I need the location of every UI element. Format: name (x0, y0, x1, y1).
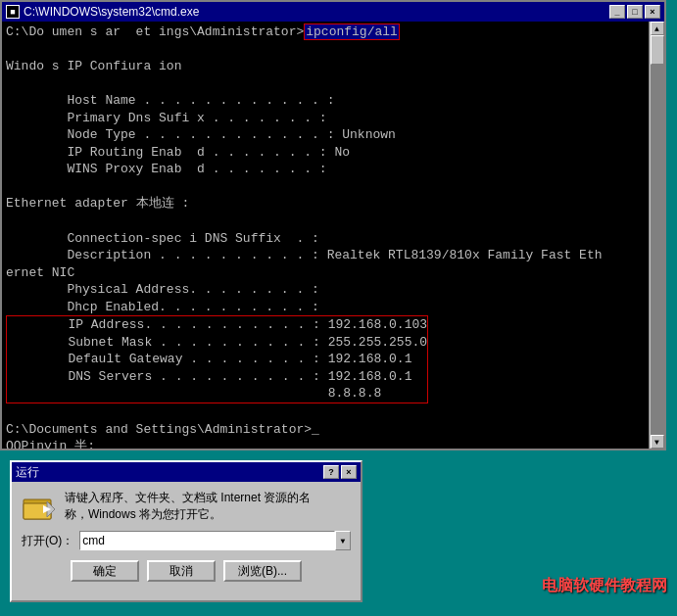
run-input[interactable] (79, 531, 335, 550)
cmd-output: C:\Do umen s ar et ings\Administrator>ip… (6, 24, 660, 449)
run-buttons: 确定 取消 浏览(B)... (22, 560, 351, 582)
run-question-btn[interactable]: ? (323, 465, 339, 479)
cmd-scroll-down[interactable]: ▼ (651, 435, 664, 449)
run-icon (22, 490, 57, 525)
run-close-btn[interactable]: × (341, 465, 357, 479)
run-dialog: 运行 ? × 请键入程序、文件夹、文档或 Internet 资源的名称，Wind… (10, 460, 363, 602)
run-title: 运行 (16, 464, 39, 481)
cmd-prompt-line1: C:\Do umen s ar et ings\Administrator>ip… (6, 24, 400, 40)
run-ok-btn[interactable]: 确定 (71, 560, 139, 582)
run-input-row: 打开(O)： ▼ (22, 531, 351, 550)
run-combo-btn[interactable]: ▼ (335, 531, 351, 550)
watermark-text: 电脑软硬件教程网 (542, 577, 667, 593)
run-description: 请键入程序、文件夹、文档或 Internet 资源的名称，Windows 将为您… (65, 490, 311, 523)
cmd-titlebar-left: ■ C:\WINDOWS\system32\cmd.exe (6, 5, 199, 19)
cmd-maximize-btn[interactable]: □ (627, 5, 643, 19)
cmd-window: ■ C:\WINDOWS\system32\cmd.exe _ □ × C:\D… (0, 0, 666, 450)
cmd-minimize-btn[interactable]: _ (609, 5, 625, 19)
watermark: 电脑软硬件教程网 (542, 576, 667, 596)
run-top: 请键入程序、文件夹、文档或 Internet 资源的名称，Windows 将为您… (22, 490, 351, 525)
cmd-scroll-thumb[interactable] (651, 35, 664, 65)
cmd-body: C:\Do umen s ar et ings\Administrator>ip… (2, 22, 664, 449)
cmd-scroll-up[interactable]: ▲ (651, 22, 664, 35)
run-titlebar-buttons: ? × (323, 465, 357, 479)
cmd-titlebar-buttons: _ □ × (609, 5, 660, 19)
cmd-scrollbar[interactable]: ▲ ▼ (649, 22, 664, 449)
cmd-title: C:\WINDOWS\system32\cmd.exe (24, 5, 199, 19)
run-input-field: ▼ (79, 531, 351, 550)
run-cancel-btn[interactable]: 取消 (147, 560, 216, 582)
cmd-scroll-track (651, 35, 664, 435)
cmd-titlebar: ■ C:\WINDOWS\system32\cmd.exe _ □ × (2, 2, 664, 22)
cmd-close-btn[interactable]: × (645, 5, 660, 19)
run-body: 请键入程序、文件夹、文档或 Internet 资源的名称，Windows 将为您… (12, 482, 361, 600)
run-input-label: 打开(O)： (22, 533, 73, 549)
run-browse-btn[interactable]: 浏览(B)... (223, 560, 302, 582)
cmd-icon: ■ (6, 5, 20, 19)
run-titlebar: 运行 ? × (12, 462, 361, 482)
